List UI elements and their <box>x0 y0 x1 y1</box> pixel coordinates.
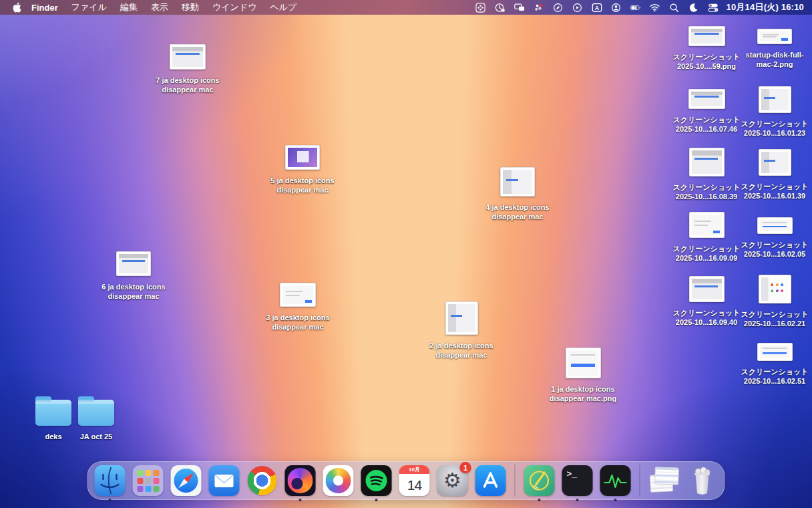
file-thumbnail[interactable] <box>759 86 791 113</box>
file-label[interactable]: startup-disk-full-mac-2.png <box>725 51 812 69</box>
file-label[interactable]: 3 ja desktop iconsdisappear mac <box>248 313 348 332</box>
file-label[interactable]: 2 ja desktop iconsdisappear mac <box>411 342 512 360</box>
file-label[interactable]: スクリーンショット2025-10...16.02.21 <box>725 310 812 328</box>
spotlight-search-icon[interactable] <box>669 2 680 13</box>
thumbnail-content <box>282 285 313 304</box>
file-7-ja[interactable]: 7 ja desktop iconsdisappear mac <box>138 44 238 94</box>
folder-icon[interactable] <box>78 400 114 426</box>
dock-app-downloads[interactable] <box>649 465 680 496</box>
dock-app-cleanmymac[interactable] <box>524 465 555 496</box>
play-circle-icon[interactable] <box>572 2 583 13</box>
displays-icon[interactable] <box>514 2 525 13</box>
wifi-icon[interactable] <box>650 2 660 13</box>
dock-app-mail[interactable] <box>209 465 240 496</box>
file-label[interactable]: 6 ja desktop iconsdisappear mac <box>83 283 184 301</box>
thumbnail-content <box>503 170 532 194</box>
file-thumbnail[interactable] <box>280 283 316 307</box>
dock-separator-2 <box>640 465 640 497</box>
compass-icon[interactable] <box>553 2 564 13</box>
file-thumbnail[interactable] <box>688 89 725 109</box>
dock-app-terminal[interactable]: >_ <box>562 465 593 496</box>
apple-menu[interactable] <box>12 2 22 13</box>
folder-label[interactable]: JA oct 25 <box>59 432 133 442</box>
dock-app-appstore[interactable] <box>475 465 506 496</box>
folder-ja-oct-25[interactable]: JA oct 25 <box>59 396 133 442</box>
input-source-a-icon[interactable]: A <box>592 2 602 13</box>
file-label[interactable]: スクリーンショット2025-10...16.01.39 <box>725 182 812 201</box>
thumbnail-content <box>692 150 722 174</box>
menu-finder[interactable]: Finder <box>26 3 65 13</box>
focus-moon-icon[interactable] <box>688 2 699 13</box>
file-thumbnail[interactable] <box>688 26 725 46</box>
file-thumbnail[interactable] <box>689 148 725 176</box>
file-thumbnail[interactable] <box>445 301 478 335</box>
file-thumbnail[interactable] <box>757 343 793 361</box>
dock-app-photos[interactable] <box>323 465 354 496</box>
file-thumbnail[interactable] <box>689 212 725 238</box>
thumbnail-content <box>761 277 789 301</box>
dock-app-safari[interactable] <box>171 465 202 496</box>
file-3-ja[interactable]: 3 ja desktop iconsdisappear mac <box>248 283 348 332</box>
app-store-icon <box>475 465 506 496</box>
file-ss-160205[interactable]: スクリーンショット2025-10...16.02.05 <box>725 217 812 259</box>
file-label[interactable]: スクリーンショット2025-10...16.02.05 <box>725 241 812 259</box>
file-1-ja[interactable]: 1 ja desktop iconsdisappear mac.png <box>533 348 633 403</box>
file-thumbnail[interactable] <box>759 275 791 303</box>
dock-app-activity[interactable] <box>600 465 631 496</box>
menu-item-3[interactable]: 移動 <box>175 1 206 13</box>
file-thumbnail[interactable] <box>759 149 791 176</box>
file-2-ja[interactable]: 2 ja desktop iconsdisappear mac <box>411 301 512 360</box>
file-thumbnail[interactable] <box>500 167 535 197</box>
file-label[interactable]: 1 ja desktop iconsdisappear mac.png <box>533 385 633 403</box>
menu-bar-clock[interactable]: 10月14日(火) 16:10 <box>727 1 804 13</box>
terminal-icon: >_ <box>562 465 593 496</box>
thumbnail-content <box>119 254 148 273</box>
thumbnail-content <box>761 89 789 110</box>
pinwheel-icon[interactable] <box>475 2 486 13</box>
file-label[interactable]: 4 ja desktop iconsdisappear mac <box>467 203 568 221</box>
creative-dots-icon[interactable] <box>534 2 544 13</box>
menu-list: ファイル編集表示移動ウインドウヘルプ <box>65 1 304 13</box>
file-thumbnail[interactable] <box>116 251 151 276</box>
file-thumbnail[interactable] <box>170 44 206 70</box>
cleanmymac-icon <box>524 465 555 496</box>
file-thumbnail[interactable] <box>566 348 601 378</box>
downloads-stack-icon <box>649 465 680 496</box>
thumbnail-content <box>760 31 789 41</box>
dock-app-spotify[interactable] <box>361 465 392 496</box>
control-center-icon[interactable] <box>708 2 719 13</box>
menu-item-1[interactable]: 編集 <box>114 1 144 13</box>
file-ss-160251[interactable]: スクリーンショット2025-10...16.02.51 <box>725 343 812 386</box>
file-thumbnail[interactable] <box>285 145 320 170</box>
notification-badge: 1 <box>460 462 471 473</box>
file-startup-disk[interactable]: startup-disk-full-mac-2.png <box>725 29 812 69</box>
file-label[interactable]: 5 ja desktop iconsdisappear mac <box>252 176 353 195</box>
screen-time-icon[interactable] <box>495 2 505 13</box>
dock-app-launchpad[interactable] <box>133 465 164 496</box>
safari-icon <box>171 465 202 496</box>
file-label[interactable]: スクリーンショット2025-10...16.01.23 <box>725 120 812 138</box>
menu-item-4[interactable]: ウインドウ <box>206 1 264 13</box>
dock-app-settings[interactable]: ⚙1 <box>437 465 468 496</box>
file-4-ja[interactable]: 4 ja desktop iconsdisappear mac <box>467 167 568 221</box>
file-label[interactable]: スクリーンショット2025-10...16.02.51 <box>725 368 812 386</box>
file-thumbnail[interactable] <box>757 29 792 44</box>
file-ss-160221[interactable]: スクリーンショット2025-10...16.02.21 <box>725 275 812 328</box>
file-6-ja[interactable]: 6 ja desktop iconsdisappear mac <box>83 251 184 301</box>
menu-item-5[interactable]: ヘルプ <box>263 1 303 13</box>
dock-app-calendar[interactable]: 10月 14 <box>399 465 430 496</box>
menu-item-0[interactable]: ファイル <box>65 1 114 13</box>
dock-app-chrome[interactable] <box>247 465 278 496</box>
file-ss-160123[interactable]: スクリーンショット2025-10...16.01.23 <box>725 86 812 138</box>
battery-icon[interactable] <box>630 2 641 13</box>
dock-app-trash[interactable] <box>687 465 718 496</box>
dock-app-finder[interactable] <box>95 465 126 496</box>
file-thumbnail[interactable] <box>689 276 725 302</box>
menu-item-2[interactable]: 表示 <box>144 1 175 13</box>
file-label[interactable]: 7 ja desktop iconsdisappear mac <box>138 76 238 94</box>
file-thumbnail[interactable] <box>757 217 793 234</box>
file-5-ja[interactable]: 5 ja desktop iconsdisappear mac <box>252 145 353 195</box>
user-circle-icon[interactable] <box>611 2 622 13</box>
file-ss-160139[interactable]: スクリーンショット2025-10...16.01.39 <box>725 149 812 201</box>
dock-app-firefox[interactable] <box>285 465 316 496</box>
